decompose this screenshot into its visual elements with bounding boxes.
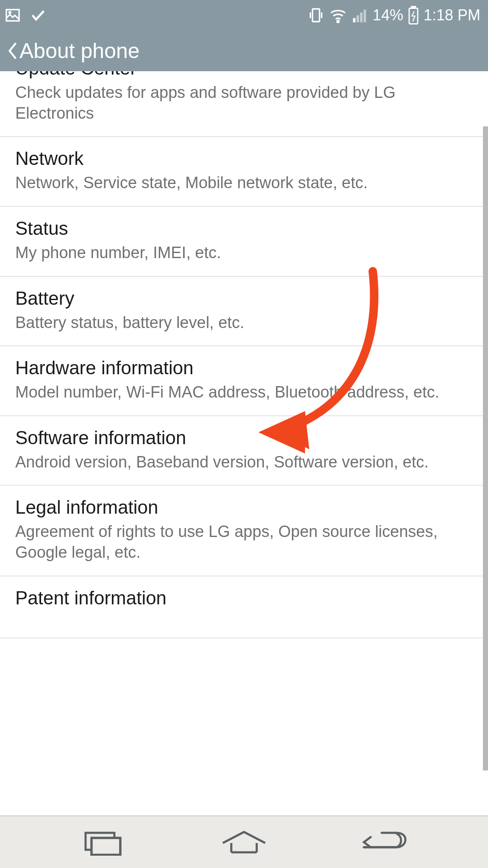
wifi-icon xyxy=(329,6,347,25)
item-desc: Check updates for apps and software prov… xyxy=(15,82,473,123)
back-icon[interactable] xyxy=(6,42,19,60)
item-title: Legal information xyxy=(15,497,473,518)
scrollbar-thumb[interactable] xyxy=(483,126,488,771)
item-desc: Network, Service state, Mobile network s… xyxy=(15,172,473,193)
signal-icon xyxy=(352,7,369,24)
item-title: Battery xyxy=(15,288,473,309)
list-item-patent-information[interactable]: Patent information xyxy=(0,576,488,638)
recent-apps-button[interactable] xyxy=(74,829,133,856)
vibrate-icon xyxy=(308,7,324,24)
item-title: Hardware information xyxy=(15,357,473,378)
list-item-software-information[interactable]: Software information Android version, Ba… xyxy=(0,416,488,486)
item-title: Network xyxy=(15,148,473,169)
item-desc: Android version, Baseband version, Softw… xyxy=(15,452,473,473)
item-desc: My phone number, IMEI, etc. xyxy=(15,242,473,263)
home-button[interactable] xyxy=(214,829,274,856)
svg-rect-7 xyxy=(357,15,359,22)
item-desc: Battery status, battery level, etc. xyxy=(15,312,473,333)
svg-rect-6 xyxy=(353,18,355,22)
svg-rect-2 xyxy=(313,9,320,22)
svg-point-5 xyxy=(337,20,339,22)
item-desc: Model number, Wi-Fi MAC address, Bluetoo… xyxy=(15,382,473,403)
svg-rect-8 xyxy=(360,12,363,22)
item-desc: Agreement of rights to use LG apps, Open… xyxy=(15,521,473,562)
checkmark-icon xyxy=(30,7,47,24)
clock: 1:18 PM xyxy=(424,6,480,24)
list-item-network[interactable]: Network Network, Service state, Mobile n… xyxy=(0,137,488,207)
back-button[interactable] xyxy=(355,829,414,856)
title-bar[interactable]: About phone xyxy=(0,31,488,71)
page-title: About phone xyxy=(19,39,140,63)
svg-point-1 xyxy=(9,11,11,13)
status-left xyxy=(4,7,47,24)
list-item-update-center[interactable]: Update Center Check updates for apps and… xyxy=(0,71,488,137)
item-title: Status xyxy=(15,218,473,239)
status-right: 14% 1:18 PM xyxy=(308,6,480,25)
list-item-status[interactable]: Status My phone number, IMEI, etc. xyxy=(0,207,488,277)
svg-rect-9 xyxy=(363,10,366,22)
svg-rect-11 xyxy=(411,6,415,8)
item-title: Software information xyxy=(15,427,473,448)
screen: 14% 1:18 PM About phone Update Center Ch… xyxy=(0,0,488,868)
list-item-legal-information[interactable]: Legal information Agreement of rights to… xyxy=(0,486,488,576)
battery-charging-icon xyxy=(408,6,419,25)
list-item-battery[interactable]: Battery Battery status, battery level, e… xyxy=(0,277,488,347)
battery-percent: 14% xyxy=(373,6,403,24)
settings-list[interactable]: Update Center Check updates for apps and… xyxy=(0,71,488,815)
svg-rect-13 xyxy=(92,838,120,855)
item-title: Update Center xyxy=(15,71,473,79)
list-item-hardware-information[interactable]: Hardware information Model number, Wi-Fi… xyxy=(0,346,488,416)
picture-icon xyxy=(4,7,21,24)
nav-bar xyxy=(0,815,488,868)
item-title: Patent information xyxy=(15,587,473,609)
status-bar: 14% 1:18 PM xyxy=(0,0,488,31)
